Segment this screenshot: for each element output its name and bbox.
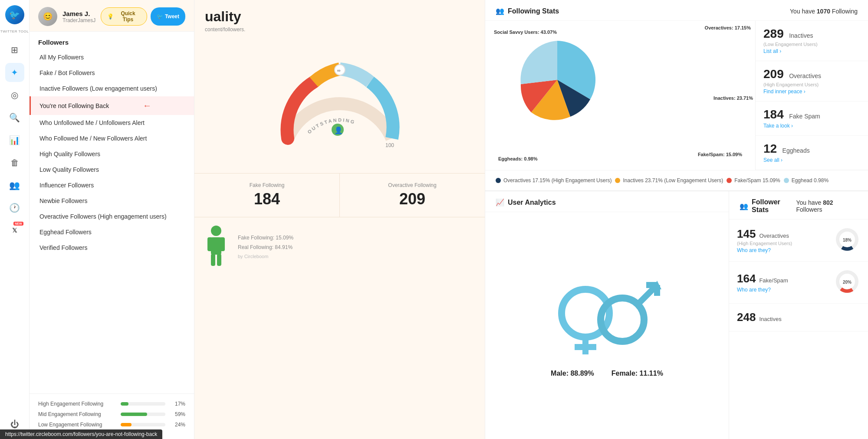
icon-sidebar: 🐦 TWITTER TOOL ⊞ ✦ ◎ 🔍 📊 🗑 👥 🕐 𝕏 ⏻ (0, 0, 30, 439)
bottom-row: 📈 User Analytics (485, 191, 868, 439)
pie-label-overactives: Overactives: 17.15% (705, 25, 751, 30)
legend-item-overactives: Overactives 17.15% (High Engagement User… (496, 177, 612, 183)
by-circleboom-label: by Circleboom (238, 254, 476, 259)
sidebar-icon-chart[interactable]: 📊 (5, 131, 24, 150)
follower-stat-inactives-left: 248 Inactives (737, 311, 782, 324)
quick-tips-button[interactable]: 💡 Quick Tips (101, 7, 147, 26)
legend-item-egghead: Egghead 0.98% (784, 177, 829, 183)
analytics-icon: 📈 (496, 198, 504, 206)
legend-dot-egghead (784, 178, 789, 183)
nav-item-fake-bot-followers[interactable]: Fake / Bot Followers (30, 65, 194, 81)
nav-item-inactive-followers[interactable]: Inactive Followers (Low engagement users… (30, 81, 194, 96)
engagement-label-low: Low Engagement Following (38, 422, 116, 428)
nav-item-high-quality[interactable]: High Quality Followers (30, 146, 194, 162)
lightbulb-icon: 💡 (107, 13, 114, 20)
see-all-link[interactable]: See all › (763, 157, 783, 163)
nav-item-who-followed[interactable]: Who Followed Me / New Followers Alert (30, 131, 194, 146)
follower-stat-fake-spam-left: 164 Fake/Spam Who are they? (737, 272, 788, 293)
sidebar-icon-dashboard[interactable]: ⊞ (5, 40, 24, 59)
overactive-following-stat: Overactive Following 209 (340, 174, 485, 217)
pie-stats-panel: 289 Inactives (Low Engagement Users) Lis… (755, 21, 868, 170)
nav-item-overactive[interactable]: Overactive Followers (High engagement us… (30, 209, 194, 224)
sidebar-icon-target[interactable]: ◎ (5, 85, 24, 105)
quality-title: uality (205, 9, 474, 25)
male-pct: Male: 88.89% (551, 370, 594, 377)
engagement-pct-low: 24% (170, 422, 185, 428)
tweet-button[interactable]: 🐦 Tweet (151, 7, 185, 26)
engagement-row-high: High Engagement Following 17% (38, 401, 185, 407)
following-pie-svg (492, 28, 631, 132)
fake-spam-who-link[interactable]: Who are they? (737, 287, 771, 293)
gauge-area: OUTSTANDING ∞ 100 👤 (194, 34, 485, 173)
nav-item-all-my-followers[interactable]: All My Followers (30, 49, 194, 65)
pie-label-fake-spam: Fake/Spam: 15.09% (698, 152, 742, 157)
list-all-link[interactable]: List all › (763, 48, 781, 54)
svg-rect-8 (207, 237, 213, 251)
pie-label-eggheads: Eggheads: 0.98% (498, 156, 537, 161)
nav-item-not-following-back[interactable]: You're not Following Back ← (30, 96, 194, 115)
follower-stat-overactives-donut: 18% (834, 226, 860, 254)
overactives-who-link[interactable]: Who are they? (737, 247, 771, 253)
person-figure (203, 224, 229, 269)
engagement-row-low: Low Engagement Following 24% (38, 422, 185, 428)
gender-svg (546, 274, 668, 361)
follower-stat-overactives-left: 145 Overactives (High Engagement Users) … (737, 227, 792, 254)
user-analytics-card: 📈 User Analytics (485, 191, 729, 439)
sidebar-icon-users[interactable]: 👥 (5, 176, 24, 195)
female-pct: Female: 11.11% (612, 370, 663, 377)
left-panel: uality content/followers. (194, 0, 485, 439)
quality-subtitle: content/followers. (205, 26, 474, 33)
nav-item-who-unfollowed[interactable]: Who Unfollowed Me / Unfollowers Alert (30, 115, 194, 131)
nav-item-egghead[interactable]: Egghead Followers (30, 224, 194, 240)
pie-stat-eggheads: 12 Eggheads See all › (756, 136, 868, 170)
user-analytics-title: 📈 User Analytics (496, 198, 556, 206)
following-stats-title: 👥 Following Stats (496, 7, 559, 15)
header-actions: 💡 Quick Tips 🐦 Tweet (101, 7, 185, 26)
pie-label-inactives: Inactives: 23.71% (713, 95, 753, 101)
engagement-bar-mid-bg (121, 413, 165, 416)
legend-item-inactives: Inactives 23.71% (Low Engagement Users) (615, 177, 723, 183)
follower-stats-icon: 👥 (740, 202, 748, 210)
right-panel: 👥 Following Stats You have 1070 Followin… (485, 0, 868, 439)
engagement-bar-low-fill (121, 423, 132, 426)
follower-stat-inactives: 248 Inactives (729, 304, 868, 331)
pie-stat-overactives: 209 Overactives (High Engagement Users) … (756, 61, 868, 102)
pie-stat-inactives: 289 Inactives (Low Engagement Users) Lis… (756, 21, 868, 61)
engagement-bar-mid-fill (121, 413, 147, 416)
sidebar-icon-clock[interactable]: 🕐 (5, 198, 24, 217)
gauge-svg: OUTSTANDING ∞ 100 👤 (270, 43, 409, 164)
content-area: uality content/followers. (194, 0, 868, 439)
engagement-row-mid: Mid Engagement Following 59% (38, 411, 185, 417)
engagement-bar-high-fill (121, 402, 128, 406)
donut-fake-spam: 20% (834, 269, 860, 295)
fake-following-value: 184 (203, 190, 331, 208)
take-a-look-link[interactable]: Take a look › (763, 123, 793, 129)
nav-item-verified[interactable]: Verified Followers (30, 240, 194, 256)
nav-item-influencer[interactable]: Influencer Followers (30, 177, 194, 193)
svg-text:20%: 20% (843, 280, 852, 285)
engagement-pct-high: 17% (170, 401, 185, 407)
url-bar: https://twitter.circleboom.com/followers… (0, 429, 162, 439)
following-stats-card: 👥 Following Stats You have 1070 Followin… (485, 0, 868, 191)
follower-stat-fake-spam-donut: 20% (834, 269, 860, 296)
sidebar-icon-search[interactable]: 🔍 (5, 108, 24, 127)
overactive-following-label: Overactive Following (349, 182, 476, 188)
find-inner-peace-link[interactable]: Find inner peace › (763, 88, 806, 95)
nav-item-newbie[interactable]: Newbie Followers (30, 193, 194, 209)
svg-rect-10 (211, 254, 215, 266)
app-title: TWITTER TOOL (0, 29, 29, 33)
user-handle: TraderJamesJ (62, 17, 95, 23)
follower-stat-fake-spam: 164 Fake/Spam Who are they? 20% (729, 262, 868, 304)
sidebar-icon-trash[interactable]: 🗑 (5, 153, 24, 172)
nav-item-low-quality[interactable]: Low Quality Followers (30, 162, 194, 177)
user-analytics-header: 📈 User Analytics (485, 191, 729, 212)
svg-rect-9 (220, 237, 225, 251)
pie-label-social-savvy: Social Savvy Users: 43.07% (494, 29, 557, 35)
sidebar-icon-network[interactable]: ✦ (5, 63, 24, 82)
left-panel-header: uality content/followers. (194, 0, 485, 34)
nav-sidebar: 😊 James J. TraderJamesJ 💡 Quick Tips 🐦 T… (30, 0, 194, 439)
sidebar-icon-x-new[interactable]: 𝕏 (5, 221, 24, 240)
following-stats-icon: 👥 (496, 7, 504, 15)
svg-text:OUTSTANDING: OUTSTANDING (306, 117, 356, 134)
user-avatar: 😊 (38, 7, 57, 26)
